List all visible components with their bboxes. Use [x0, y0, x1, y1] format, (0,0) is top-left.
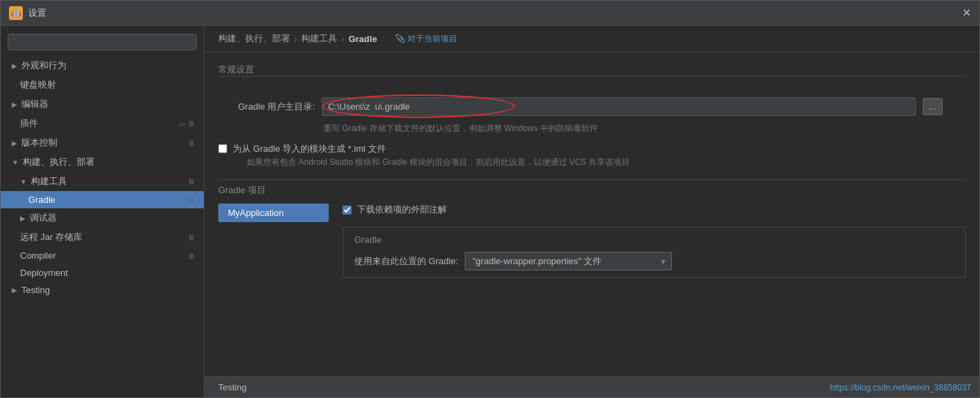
general-section-title: 常规设置 — [218, 63, 965, 88]
sidebar-item-testing[interactable]: ▶ Testing — [1, 281, 204, 299]
sidebar-item-label: 远程 Jar 存储库 — [20, 231, 82, 243]
sidebar-item-compiler[interactable]: Compiler 🗎 — [1, 247, 204, 264]
project-row: MyApplication 下载依赖项的外部注解 Gradle — [218, 203, 965, 278]
copy-icon: ㎝ 🗎 — [178, 119, 195, 129]
sidebar-item-label: 版本控制 — [21, 137, 57, 149]
arrow-icon: ▶ — [12, 62, 17, 70]
sidebar-item-build[interactable]: ▼ 构建、执行、部署 — [1, 152, 204, 172]
main-body: 常规设置 Gradle 用户主目录: ... 重写 Gradle 存储下载文件的… — [204, 52, 979, 377]
project-list: MyApplication — [218, 203, 329, 222]
sidebar-item-label: Gradle — [28, 195, 55, 205]
use-gradle-row: 使用来自此位置的 Gradle: "gradle-wrapper.propert… — [354, 252, 954, 270]
breadcrumb-current: Gradle — [349, 34, 377, 44]
gradle-home-input[interactable] — [322, 97, 916, 116]
arrow-icon: ▶ — [20, 215, 26, 222]
sidebar-item-label: 构建工具 — [31, 175, 67, 188]
gradle-sub-title: Gradle — [354, 235, 954, 245]
use-gradle-select[interactable]: "gradle-wrapper.properties" 文件 指定本地 Grad… — [465, 252, 672, 270]
sidebar-search-wrap — [8, 34, 197, 50]
gradle-home-hint: 重写 Gradle 存储下载文件的默认位置，例如调整 Windows 中的防病毒… — [218, 123, 965, 135]
main-content: ▶ 外观和行为 键盘映射 ▶ 编辑器 插件 ㎝ 🗎 ▶ 版本控制 🗎 ▼ 构建、 — [1, 26, 979, 397]
footer-left: Testing — [213, 381, 252, 394]
download-annotations-label[interactable]: 下载依赖项的外部注解 — [357, 203, 447, 216]
footer: Testing https://blog.csdn.net/weixin_388… — [204, 377, 979, 397]
download-annotations-checkbox[interactable] — [343, 206, 352, 215]
footer-tab[interactable]: Testing — [213, 381, 252, 394]
sidebar-item-label: Deployment — [20, 268, 68, 278]
sidebar-item-plugins[interactable]: 插件 ㎝ 🗎 — [1, 114, 204, 133]
copy-icon: 🗎 — [188, 177, 195, 186]
arrow-icon: ▶ — [12, 286, 17, 294]
sidebar-item-keymap[interactable]: 键盘映射 — [1, 75, 204, 94]
gradle-projects-title: Gradle 项目 — [218, 179, 965, 197]
sidebar-item-deployment[interactable]: Deployment — [1, 264, 204, 281]
arrow-icon: ▶ — [12, 101, 17, 108]
breadcrumb: 构建、执行、部署 › 构建工具 › Gradle 📎 对于当前项目 — [204, 26, 979, 52]
sidebar-item-label: 插件 — [20, 117, 38, 130]
iml-hint: 如果您有包含 Android Studio 模块和 Gradle 模块的混合项目… — [233, 157, 630, 168]
project-settings: 下载依赖项的外部注解 Gradle 使用来自此位置的 Gradle: "grad… — [343, 203, 965, 278]
arrow-expand-icon: ▼ — [12, 159, 19, 166]
gradle-home-input-wrap — [322, 97, 916, 116]
app-icon: 🤖 — [9, 6, 23, 20]
sidebar-item-label: 编辑器 — [21, 98, 48, 110]
sidebar-item-appearance[interactable]: ▶ 外观和行为 — [1, 56, 204, 75]
close-button[interactable]: ✕ — [962, 6, 971, 19]
sidebar-item-editor[interactable]: ▶ 编辑器 — [1, 94, 204, 114]
titlebar-left: 🤖 设置 — [9, 6, 46, 20]
main-panel: 构建、执行、部署 › 构建工具 › Gradle 📎 对于当前项目 常规设置 G… — [204, 26, 979, 397]
gradle-sub-section: Gradle 使用来自此位置的 Gradle: "gradle-wrapper.… — [343, 227, 965, 278]
download-annotations-row: 下载依赖项的外部注解 — [343, 203, 965, 216]
sidebar-item-label: 键盘映射 — [20, 79, 56, 91]
sidebar: ▶ 外观和行为 键盘映射 ▶ 编辑器 插件 ㎝ 🗎 ▶ 版本控制 🗎 ▼ 构建、 — [1, 26, 204, 397]
breadcrumb-part1: 构建、执行、部署 — [218, 32, 290, 45]
settings-window: 🤖 设置 ✕ ▶ 外观和行为 键盘映射 ▶ 编辑器 插件 ㎝ — [0, 0, 980, 398]
sidebar-item-label: Compiler — [20, 250, 56, 261]
copy-icon: 🗎 — [188, 139, 195, 147]
iml-checkbox-label[interactable]: 为从 Gradle 导入的模块生成 *.iml 文件 — [233, 143, 386, 154]
sidebar-item-gradle[interactable]: Gradle 🗎 — [1, 191, 204, 208]
iml-checkbox[interactable] — [218, 144, 227, 153]
titlebar: 🤖 设置 ✕ — [1, 1, 979, 26]
sidebar-item-debugger[interactable]: ▶ 调试器 — [1, 208, 204, 228]
breadcrumb-sep2: › — [341, 34, 344, 44]
sidebar-item-build-tools[interactable]: ▼ 构建工具 🗎 — [1, 172, 204, 191]
window-title: 设置 — [28, 7, 46, 19]
footer-url: https://blog.csdn.net/weixin_38858037 — [830, 383, 971, 392]
iml-checkbox-row: 为从 Gradle 导入的模块生成 *.iml 文件 如果您有包含 Androi… — [218, 143, 965, 168]
sidebar-item-label: 外观和行为 — [21, 59, 66, 72]
project-link[interactable]: 📎 对于当前项目 — [395, 33, 457, 45]
use-gradle-dropdown-wrap: "gradle-wrapper.properties" 文件 指定本地 Grad… — [465, 252, 672, 270]
gradle-home-label: Gradle 用户主目录: — [218, 101, 315, 113]
general-title-text: 常规设置 — [218, 64, 254, 74]
copy-icon: 🗎 — [188, 252, 195, 260]
gradle-projects-section: Gradle 项目 MyApplication 下载依赖项的外部注解 — [218, 179, 965, 278]
sidebar-item-label: 调试器 — [30, 212, 57, 224]
use-gradle-label: 使用来自此位置的 Gradle: — [354, 255, 458, 268]
search-input[interactable] — [8, 34, 197, 50]
sidebar-item-remote-jar[interactable]: 远程 Jar 存储库 🗎 — [1, 228, 204, 247]
project-item[interactable]: MyApplication — [218, 203, 329, 222]
breadcrumb-part2: 构建工具 — [301, 32, 337, 45]
arrow-icon: ▶ — [12, 139, 17, 147]
gradle-home-row: Gradle 用户主目录: ... — [218, 97, 965, 116]
copy-icon: 🗎 — [188, 233, 195, 241]
sidebar-item-label: 构建、执行、部署 — [23, 156, 95, 168]
browse-button[interactable]: ... — [923, 98, 943, 115]
copy-icon: 🗎 — [188, 196, 195, 204]
sidebar-item-vcs[interactable]: ▶ 版本控制 🗎 — [1, 133, 204, 152]
arrow-expand-icon: ▼ — [20, 178, 27, 186]
breadcrumb-sep1: › — [294, 34, 297, 44]
sidebar-item-label: Testing — [21, 285, 50, 295]
